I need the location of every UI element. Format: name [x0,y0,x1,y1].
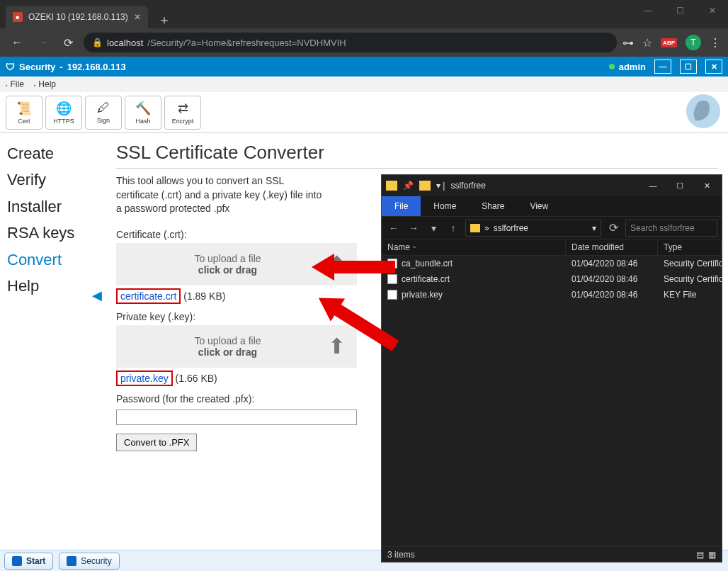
key-filename-link[interactable]: private.key [116,371,173,386]
tab-close-icon[interactable]: ✕ [134,12,141,22]
active-arrow-icon: ◀ [92,288,102,303]
col-type[interactable]: Type [658,239,722,255]
cert-icon: 📜 [16,101,32,116]
page-description: This tool allows you to convert an SSL c… [116,174,329,216]
reload-button[interactable]: ⟳ [58,33,78,52]
back-button[interactable]: ← [7,33,27,52]
window-controls: — ☐ ✕ [632,0,728,21]
tool-encrypt[interactable]: ⇄Encrypt [164,96,201,130]
explorer-close-button[interactable]: ✕ [696,179,717,192]
red-arrow-annotation [312,249,397,285]
tool-https[interactable]: 🌐HTTPS [45,96,82,130]
key-dropzone[interactable]: To upload a fileclick or drag ⬆ [116,325,357,368]
maximize-button[interactable]: ☐ [664,0,696,21]
app-host: 192.168.0.113 [67,62,126,72]
status-dot-icon [609,64,615,69]
menu-file[interactable]: File [6,79,24,89]
explorer-file-list: ca_bundle.crt01/04/2020 08:46Security Ce… [382,256,722,546]
hammer-icon: 🔨 [135,101,151,116]
explorer-title: sslforfree [450,181,485,191]
file-row[interactable]: private.key01/04/2020 08:46KEY File [382,287,722,303]
browser-tab[interactable]: ■ OZEKI 10 (192.168.0.113) ✕ [6,6,148,28]
explorer-ribbon: File Home Share View [382,196,722,216]
pin-icon[interactable]: 📌 [403,181,414,191]
refresh-button[interactable]: ⟳ [605,221,621,234]
current-user[interactable]: admin [619,62,646,72]
nav-history-button[interactable]: ▾ [426,222,441,234]
ozeki-toolbar: 📜Cert 🌐HTTPS 🖊Sign 🔨Hash ⇄Encrypt [0,92,728,133]
view-icons-icon[interactable]: ▦ [708,550,716,560]
file-row[interactable]: certificate.crt01/04/2020 08:46Security … [382,271,722,287]
explorer-search-input[interactable]: Search sslforfree [625,220,717,237]
app-minimize-button[interactable]: — [654,60,671,74]
menu-help[interactable]: Help [34,79,56,89]
url-path: /Security/?a=Home&refreshrequest=NVDHMVI… [147,38,346,48]
explorer-statusbar: 3 items ▤ ▦ [382,546,722,562]
sidenav-convert[interactable]: Convert [7,247,99,273]
sidenav-installer[interactable]: Installer [7,193,99,220]
sidenav-rsa-keys[interactable]: RSA keys [7,220,99,246]
new-tab-button[interactable]: ＋ [152,11,176,28]
sidenav-verify[interactable]: Verify [7,166,99,193]
explorer-minimize-button[interactable]: — [642,179,664,192]
globe-icon: 🌐 [56,101,72,116]
key-filesize: (1.66 KB) [176,373,217,384]
upload-icon: ⬆ [328,334,346,358]
nav-back-button[interactable]: ← [386,222,402,234]
close-button[interactable]: ✕ [696,0,728,21]
swap-icon: ⇄ [178,101,188,116]
kebab-icon[interactable]: ⋮ [710,36,721,50]
explorer-maximize-button[interactable]: ☐ [669,179,690,192]
explorer-titlebar[interactable]: 📌 ▾ | sslforfree — ☐ ✕ [382,175,722,196]
app-maximize-button[interactable]: ☐ [680,60,697,74]
tool-hash[interactable]: 🔨Hash [125,96,161,130]
folder-icon [419,181,431,191]
lock-icon: 🔒 [92,38,103,47]
cert-filesize: (1.89 KB) [183,290,225,302]
view-details-icon[interactable]: ▤ [696,550,704,560]
explorer-navbar: ← → ▾ ↑ » sslforfree ▾ ⟳ Search sslforfr… [382,216,722,239]
ribbon-file[interactable]: File [382,196,421,216]
path-dropdown-icon[interactable]: ▾ [592,223,596,233]
password-input[interactable] [116,409,357,425]
convert-button[interactable]: Convert to .PFX [116,434,197,451]
nav-up-button[interactable]: ↑ [445,222,461,234]
abp-icon[interactable]: ABP [661,38,677,47]
favicon-icon: ■ [13,12,23,22]
tool-cert[interactable]: 📜Cert [6,96,42,130]
nav-forward-button[interactable]: → [406,222,421,234]
explorer-column-headers: Name ^ Date modified Type [382,239,722,256]
svg-marker-1 [312,254,395,281]
sidenav-help[interactable]: Help [7,273,99,299]
ribbon-home[interactable]: Home [421,196,469,216]
cert-filename-link[interactable]: certificate.crt [116,288,181,304]
minimize-button[interactable]: — [632,0,664,21]
key-icon[interactable]: ⊶ [622,36,634,50]
profile-avatar[interactable]: T [686,35,701,50]
sidenav-create[interactable]: Create [7,140,99,166]
app-close-button[interactable]: ✕ [705,60,722,74]
shield-icon [67,556,76,566]
taskbar-security[interactable]: Security [59,553,119,570]
shield-icon: 🛡 [6,62,15,72]
sort-icon: ^ [413,244,416,251]
col-date[interactable]: Date modified [566,239,658,255]
tool-sign[interactable]: 🖊Sign [85,96,122,130]
explorer-window[interactable]: 📌 ▾ | sslforfree — ☐ ✕ File Home Share V… [381,174,722,562]
address-bar: ← → ⟳ 🔒 localhost /Security/?a=Home&refr… [0,28,728,57]
ozeki-menubar: File Help [0,77,728,92]
ribbon-share[interactable]: Share [469,196,517,216]
col-name[interactable]: Name ^ [382,239,566,255]
file-icon [387,290,397,300]
folder-icon [386,181,397,191]
forward-button[interactable]: → [33,33,52,52]
url-field[interactable]: 🔒 localhost /Security/?a=Home&refreshreq… [84,33,617,52]
ribbon-view[interactable]: View [517,196,561,216]
david-logo-icon [686,94,721,129]
file-row[interactable]: ca_bundle.crt01/04/2020 08:46Security Ce… [382,256,722,271]
star-icon[interactable]: ☆ [642,36,652,50]
start-icon [12,556,22,566]
start-button[interactable]: Start [4,553,53,570]
path-field[interactable]: » sslforfree ▾ [465,220,601,237]
url-host: localhost [107,38,143,48]
